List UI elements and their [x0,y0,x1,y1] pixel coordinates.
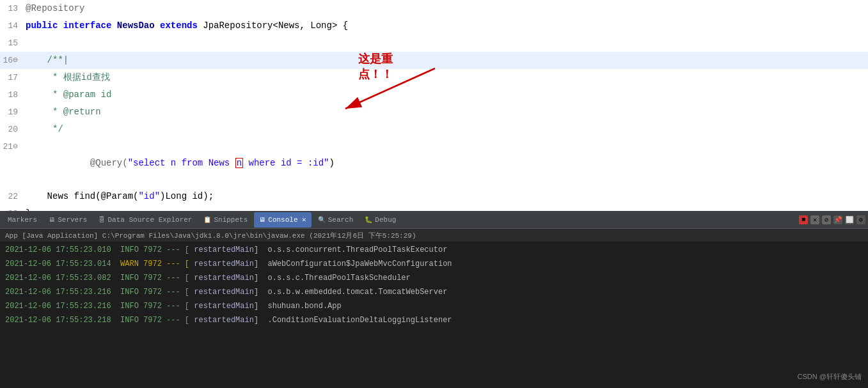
code-line-19: 19 * @return [0,104,868,121]
tab-servers-label: Servers [58,216,87,224]
tab-console[interactable]: 🖥 Console ✕ [254,212,311,228]
console-output: 2021-12-06 17:55:23.010 INFO 7972 --- [ … [0,242,868,388]
tab-search[interactable]: 🔍 Search [313,212,359,228]
csdn-watermark: CSDN @轩轩傻头铺 [798,372,862,382]
console-icon: 🖥 [259,216,265,224]
code-line-20: 20 */ [0,121,868,138]
datasource-icon: 🗄 [99,216,105,224]
log-line-3: 2021-12-06 17:55:23.082 INFO 7972 --- [ … [5,271,863,285]
tab-bar: Markers 🖥 Servers 🗄 Data Source Explorer… [0,211,868,229]
code-line-21: 21⊖ @Query("select n from News n where i… [0,138,868,188]
code-line-18: 18 * @param id [0,86,868,104]
code-line-16: 16⊖ /**| [0,52,868,69]
tab-debug[interactable]: 🐛 Debug [359,212,401,228]
log-line-1: 2021-12-06 17:55:23.010 INFO 7972 --- [ … [5,243,863,257]
pin-button[interactable]: 📌 [833,215,842,224]
tab-debug-label: Debug [375,216,396,224]
bottom-panel: Markers 🖥 Servers 🗄 Data Source Explorer… [0,211,868,388]
tab-markers-label: Markers [8,216,37,224]
app-path-bar: App [Java Application] C:\Program Files\… [0,229,868,242]
code-editor: 13 @Repository 14 public interface NewsD… [0,0,868,211]
tab-datasource-label: Data Source Explorer [107,216,192,224]
tab-datasource[interactable]: 🗄 Data Source Explorer [93,212,197,228]
code-line-13: 13 @Repository [0,0,868,17]
search-icon: 🔍 [318,216,326,224]
code-lines: 13 @Repository 14 public interface NewsD… [0,0,868,211]
code-line-15: 15 [0,35,868,52]
code-line-22: 22 News find(@Param("id")Long id); [0,188,868,205]
minimize-button[interactable]: ⊘ [822,215,831,224]
debug-icon: 🐛 [365,216,372,224]
code-line-14: 14 public interface NewsDao extends JpaR… [0,17,868,35]
csdn-text: CSDN @轩轩傻头铺 [798,373,862,380]
close-console-button[interactable]: ✕ [810,215,819,224]
tab-bar-actions: ■ ✕ ⊘ 📌 ⬜ ⚙ [799,215,865,224]
expand-button[interactable]: ⬜ [845,215,854,224]
log-line-2: 2021-12-06 17:55:23.014 WARN 7972 --- [ … [5,257,863,271]
servers-icon: 🖥 [49,216,55,224]
tab-search-label: Search [328,216,354,224]
log-line-6: 2021-12-06 17:55:23.218 INFO 7972 --- [ … [5,313,863,327]
stop-button[interactable]: ■ [799,215,808,224]
snippets-icon: 📋 [203,216,211,224]
tab-console-label: Console ✕ [268,215,306,224]
code-line-23: 23 } [0,205,868,211]
tab-servers[interactable]: 🖥 Servers [43,212,92,228]
log-line-5: 2021-12-06 17:55:23.216 INFO 7972 --- [ … [5,299,863,313]
settings-button[interactable]: ⚙ [856,215,865,224]
tab-markers[interactable]: Markers [3,212,42,228]
log-line-4: 2021-12-06 17:55:23.216 INFO 7972 --- [ … [5,285,863,299]
tab-snippets-label: Snippets [214,216,248,224]
tab-snippets[interactable]: 📋 Snippets [198,212,253,228]
code-line-17: 17 * 根据id查找 [0,69,868,86]
app-path-text: App [Java Application] C:\Program Files\… [5,231,416,240]
